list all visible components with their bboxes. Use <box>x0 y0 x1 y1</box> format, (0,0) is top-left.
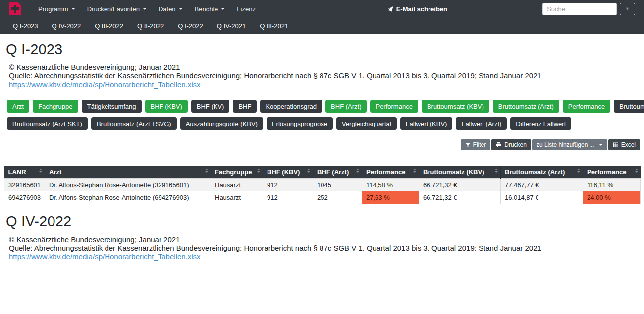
search-input[interactable] <box>542 3 617 15</box>
sort-icon[interactable] <box>356 169 359 173</box>
menu-daten[interactable]: Daten <box>153 0 189 18</box>
menu-drucken-favoriten[interactable]: Drucken/Favoriten <box>81 0 153 18</box>
column-header-bhf-kbv[interactable]: BHF (KBV) <box>263 166 313 179</box>
table-row[interactable]: 329165601 Dr. Alfons-Stephan Rose-Antoin… <box>4 179 641 191</box>
field-button-differenz-fallwert[interactable]: Differenz Fallwert <box>510 117 571 130</box>
field-button-kooperationsgrad[interactable]: Kooperationsgrad <box>260 100 322 113</box>
filter-button[interactable]: Filter <box>461 139 491 150</box>
triangle-down-icon: ▼ <box>625 6 630 11</box>
excel-export-button[interactable]: Excel <box>608 139 640 150</box>
cell-bhf-arzt: 1045 <box>313 179 362 191</box>
chevron-down-icon <box>221 8 225 10</box>
cell-lanr: 694276903 <box>4 191 45 204</box>
tab-q-iii-2021[interactable]: Q III-2021 <box>253 18 295 34</box>
section-title: Q IV-2022 <box>6 213 640 230</box>
field-button-performance-2[interactable]: Performance <box>563 100 610 113</box>
cell-bhf-arzt: 252 <box>313 191 362 204</box>
field-button-erloesungsprognose[interactable]: Erlösungsprognose <box>267 117 333 130</box>
column-header-performance-1[interactable]: Performance <box>362 166 419 179</box>
column-header-bruttoumsatz-arzt[interactable]: Bruttoumsatz (Arzt) <box>501 166 583 179</box>
chevron-down-icon <box>599 144 603 146</box>
cell-bruttoumsatz-arzt: 77.467,77 € <box>501 179 583 191</box>
tab-q-iii-2022[interactable]: Q III-2022 <box>88 18 130 34</box>
field-button-bhf-kbv[interactable]: BHF (KBV) <box>145 100 188 113</box>
field-button-row-1: Arzt Fachgruppe Tätigkeitsumfang BHF (KB… <box>7 100 640 113</box>
cell-performance-2: 24,00 % <box>583 191 641 204</box>
sort-icon[interactable] <box>307 169 310 173</box>
xlsx-link[interactable]: https://www.kbv.de/media/sp/Honorarberic… <box>6 81 201 89</box>
menu-daten-label: Daten <box>159 5 176 13</box>
table-header-row: LANR Arzt Fachgruppe BHF (KBV) BHF (Arzt… <box>4 166 641 179</box>
cell-bhf-kbv: 912 <box>263 179 313 191</box>
sort-icon[interactable] <box>495 169 498 173</box>
column-header-bhf-arzt[interactable]: BHF (Arzt) <box>313 166 362 179</box>
menu-drucken-favoriten-label: Drucken/Favoriten <box>87 5 140 13</box>
field-button-bhf-kv[interactable]: BHF (KV) <box>191 100 230 113</box>
cell-arzt: Dr. Alfons-Stephan Rose-Antoinette (6942… <box>45 191 211 204</box>
copyright-line: © Kassenärztliche Bundesvereinigung; Jan… <box>6 236 640 244</box>
section-q-i-2023: Q I-2023 © Kassenärztliche Bundesvereini… <box>4 41 640 89</box>
quarter-tabbar: Q I-2023 Q IV-2022 Q III-2022 Q II-2022 … <box>0 18 644 34</box>
section-title: Q I-2023 <box>6 41 640 58</box>
search-options-button[interactable]: ▼ <box>620 3 635 15</box>
table-row[interactable]: 694276903 Dr. Alfons-Stephan Rose-Antoin… <box>4 191 641 204</box>
sort-icon[interactable] <box>39 169 42 173</box>
field-button-fallwert-kbv[interactable]: Fallwert (KBV) <box>400 117 453 130</box>
field-button-fachgruppe[interactable]: Fachgruppe <box>33 100 78 113</box>
field-button-performance-1[interactable]: Performance <box>370 100 418 113</box>
field-button-bruttoumsatz-arzt[interactable]: Bruttoumsatz (Arzt) <box>493 100 559 113</box>
field-button-bruttoumsatz-arzt-tsvg[interactable]: Bruttoumsatz (Arzt TSVG) <box>91 117 177 130</box>
add-to-list-button[interactable]: zu Liste hinzufügen ... <box>532 139 607 150</box>
field-button-bhf-arzt[interactable]: BHF (Arzt) <box>325 100 367 113</box>
app-logo-plus-icon[interactable] <box>9 2 21 15</box>
sort-icon[interactable] <box>577 169 580 173</box>
sort-icon[interactable] <box>205 169 208 173</box>
field-button-fallwert-arzt[interactable]: Fallwert (Arzt) <box>456 117 507 130</box>
section-q-iv-2022: Q IV-2022 © Kassenärztliche Bundesverein… <box>4 213 640 261</box>
field-button-rows: Arzt Fachgruppe Tätigkeitsumfang BHF (KB… <box>4 100 640 130</box>
table-toolbar: Filter Drucken zu Liste hinzufügen ... E… <box>4 139 640 150</box>
sort-icon[interactable] <box>257 169 260 173</box>
print-button[interactable]: Drucken <box>491 139 531 150</box>
cell-bruttoumsatz-kbv: 66.721,32 € <box>419 191 501 204</box>
field-button-taetigkeitsumfang[interactable]: Tätigkeitsumfang <box>82 100 142 113</box>
field-button-bhf[interactable]: BHF <box>233 100 257 113</box>
main-menu: Programm Drucken/Favoriten Daten Bericht… <box>32 0 262 18</box>
sort-icon[interactable] <box>635 169 638 173</box>
tab-q-iv-2021[interactable]: Q IV-2021 <box>210 18 253 34</box>
main-content: Q I-2023 © Kassenärztliche Bundesvereini… <box>0 34 644 281</box>
sort-icon[interactable] <box>413 169 416 173</box>
chevron-down-icon <box>143 8 147 10</box>
funnel-icon <box>465 142 471 148</box>
chevron-down-icon <box>71 8 75 10</box>
column-header-bruttoumsatz-kbv[interactable]: Bruttoumsatz (KBV) <box>419 166 501 179</box>
add-to-list-label: zu Liste hinzufügen ... <box>537 141 594 148</box>
column-header-arzt[interactable]: Arzt <box>45 166 211 179</box>
column-header-lanr[interactable]: LANR <box>4 166 45 179</box>
tab-q-i-2022[interactable]: Q I-2022 <box>171 18 210 34</box>
column-header-performance-2[interactable]: Performance <box>583 166 641 179</box>
field-button-bruttoumsatz-arzt-skt[interactable]: Bruttoumsatz (Arzt SKT) <box>7 117 88 130</box>
email-schreiben-label: E-Mail schreiben <box>396 5 447 13</box>
xlsx-link[interactable]: https://www.kbv.de/media/sp/Honorarberic… <box>6 253 201 261</box>
filter-label: Filter <box>473 141 486 148</box>
field-button-arzt[interactable]: Arzt <box>7 100 29 113</box>
column-header-fachgruppe[interactable]: Fachgruppe <box>211 166 263 179</box>
cell-performance-1: 27,63 % <box>362 191 419 204</box>
tab-q-ii-2022[interactable]: Q II-2022 <box>130 18 171 34</box>
cell-arzt: Dr. Alfons-Stephan Rose-Antoinette (3291… <box>45 179 211 191</box>
field-button-bruttoumsatz-kbv[interactable]: Bruttoumsatz (KBV) <box>422 100 489 113</box>
tab-q-i-2023[interactable]: Q I-2023 <box>6 18 45 34</box>
field-button-auszahlungsquote-kbv[interactable]: Auszahlungsquote (KBV) <box>180 117 263 130</box>
menu-lizenz-label: Lizenz <box>237 5 256 13</box>
tab-q-iv-2022[interactable]: Q IV-2022 <box>45 18 88 34</box>
field-button-bruttoumsatz-arzt-asv[interactable]: Bruttoumsatz (Arzt ASV) <box>614 100 644 113</box>
email-schreiben-link[interactable]: E-Mail schreiben <box>387 5 447 13</box>
field-button-row-2: Bruttoumsatz (Arzt SKT) Bruttoumsatz (Ar… <box>7 117 640 130</box>
source-line: Quelle: Abrechnungsstatistik der Kassenä… <box>6 244 640 252</box>
menu-berichte[interactable]: Berichte <box>189 0 231 18</box>
menu-programm[interactable]: Programm <box>32 0 81 18</box>
field-button-vergleichsquartal[interactable]: Vergleichsquartal <box>336 117 397 130</box>
printer-icon <box>496 142 502 148</box>
menu-lizenz[interactable]: Lizenz <box>231 0 262 18</box>
